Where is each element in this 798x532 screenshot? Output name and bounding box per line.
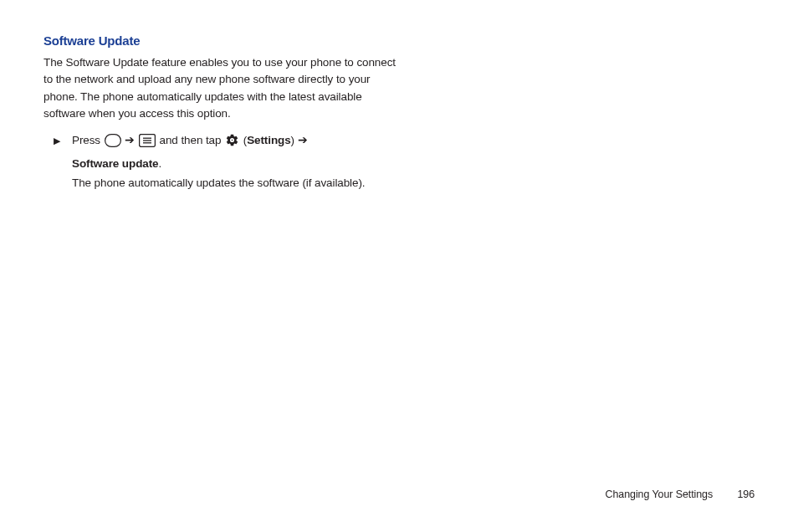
svg-rect-0 — [105, 135, 120, 147]
text-and-then-tap: and then tap — [160, 134, 225, 146]
section-heading: Software Update — [43, 33, 402, 48]
arrow-2: ➔ — [298, 134, 308, 146]
svg-point-6 — [232, 140, 233, 141]
footer-page-number: 196 — [737, 489, 755, 500]
home-button-icon — [105, 134, 121, 154]
instruction-step: ▶ Press ➔ and then tap — [43, 130, 402, 193]
software-update-label: Software update — [72, 157, 159, 170]
page-footer: Changing Your Settings 196 — [606, 489, 755, 500]
step-body: Press ➔ and then tap — [72, 130, 365, 193]
settings-label: Settings — [247, 134, 290, 146]
period: . — [159, 157, 162, 170]
settings-gear-icon — [225, 133, 239, 154]
step-bullet: ▶ — [43, 130, 72, 146]
arrow-1: ➔ — [125, 134, 138, 146]
menu-button-icon — [139, 134, 156, 154]
text-press: Press — [72, 134, 104, 146]
intro-paragraph: The Software Update feature enables you … — [43, 54, 402, 122]
heading-text: Software Update — [43, 33, 140, 48]
paren-close: ) — [291, 134, 298, 146]
footer-section: Changing Your Settings — [606, 489, 713, 500]
step-after-text: The phone automatically updates the soft… — [72, 176, 365, 189]
